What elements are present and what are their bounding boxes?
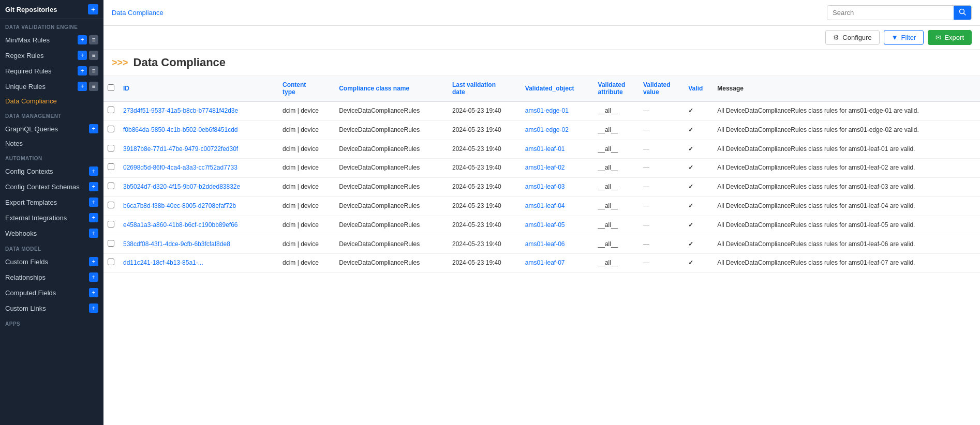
sidebar-item-config-context-schemas[interactable]: Config Context Schemas+ [0, 179, 103, 194]
config-contexts-add-button[interactable]: + [89, 166, 98, 176]
row-id-link[interactable]: 273d4f51-9537-41a5-b8cb-b77481f42d3e [123, 107, 238, 114]
col-id[interactable]: ID [119, 76, 278, 101]
row-last-validation-date: 2024-05-23 19:40 [448, 140, 521, 159]
validated-object-link[interactable]: ams01-edge-01 [525, 107, 569, 114]
graphql-queries-add-button[interactable]: + [89, 124, 98, 133]
row-checkbox[interactable] [108, 163, 114, 170]
sidebar-item-relationships[interactable]: Relationships+ [0, 269, 103, 285]
row-id-link[interactable]: f0b864da-5850-4c1b-b502-0eb6f8451cdd [123, 126, 238, 133]
export-button[interactable]: ✉ Export [928, 30, 972, 45]
row-id-link[interactable]: 02698d5d-86f0-4ca4-a3a3-cc7f52ad7733 [123, 164, 237, 171]
row-checkbox[interactable] [108, 126, 114, 132]
validated-object-link[interactable]: ams01-leaf-03 [525, 183, 565, 190]
validated-object-link[interactable]: ams01-leaf-01 [525, 145, 565, 153]
sidebar-item-label: Relationships [5, 274, 46, 281]
sidebar-item-min-max-rules[interactable]: Min/Max Rules+≡ [0, 32, 103, 48]
col-last-validation-date[interactable]: Last validationdate [448, 76, 521, 101]
min-max-rules-add-button[interactable]: + [78, 35, 87, 44]
row-checkbox[interactable] [108, 202, 114, 208]
sidebar-item-label: Notes [5, 140, 23, 147]
sidebar-item-actions: +≡ [78, 66, 98, 75]
required-rules-add-button[interactable]: + [78, 66, 87, 75]
col-content-type[interactable]: Contenttype [278, 76, 335, 101]
sidebar-item-label: Required Rules [5, 67, 52, 75]
sidebar-item-external-integrations[interactable]: External Integrations+ [0, 210, 103, 225]
filter-icon: ▼ [892, 34, 898, 41]
row-validated-value: — [639, 101, 684, 120]
sidebar-item-notes[interactable]: Notes [0, 136, 103, 150]
col-message[interactable]: Message [713, 76, 980, 101]
min-max-rules-config-button[interactable]: ≡ [89, 35, 98, 44]
row-checkbox[interactable] [108, 145, 114, 151]
custom-links-add-button[interactable]: + [89, 303, 98, 313]
search-button[interactable] [954, 6, 971, 20]
configure-label: Configure [842, 34, 871, 41]
sidebar-item-actions: + [89, 124, 98, 133]
external-integrations-add-button[interactable]: + [89, 213, 98, 222]
sidebar-section-apps: APPS [0, 316, 103, 329]
breadcrumb[interactable]: Data Compliance [112, 9, 164, 17]
config-context-schemas-add-button[interactable]: + [89, 182, 98, 191]
git-repos-add-button[interactable]: + [88, 4, 98, 14]
sidebar-item-required-rules[interactable]: Required Rules+≡ [0, 63, 103, 79]
regex-rules-add-button[interactable]: + [78, 51, 87, 60]
sidebar-item-graphql-queries[interactable]: GraphQL Queries+ [0, 121, 103, 136]
computed-fields-add-button[interactable]: + [89, 288, 98, 297]
row-validated-attribute: __all__ [594, 120, 639, 140]
sidebar-item-actions: +≡ [78, 82, 98, 91]
filter-button[interactable]: ▼ Filter [884, 30, 924, 45]
col-validated-value[interactable]: Validatedvalue [639, 76, 684, 101]
col-validated-object[interactable]: Validated_object [521, 76, 594, 101]
sidebar-item-custom-links[interactable]: Custom Links+ [0, 300, 103, 316]
row-id-link[interactable]: 538cdf08-43f1-4dce-9cfb-6b3fcfaf8de8 [123, 240, 230, 248]
sidebar-item-unique-rules[interactable]: Unique Rules+≡ [0, 79, 103, 94]
validated-object-link[interactable]: ams01-leaf-02 [525, 164, 565, 171]
sidebar-item-regex-rules[interactable]: Regex Rules+≡ [0, 48, 103, 63]
sidebar-item-left: Computed Fields [5, 289, 56, 297]
row-checkbox[interactable] [108, 107, 114, 113]
select-all-checkbox[interactable] [108, 84, 114, 91]
export-templates-add-button[interactable]: + [89, 198, 98, 207]
row-message: All DeviceDataComplianceRules class rule… [713, 120, 980, 140]
row-checkbox[interactable] [108, 259, 114, 265]
data-compliance-table: ID Contenttype Compliance class name Las… [103, 76, 980, 273]
col-valid[interactable]: Valid [684, 76, 713, 101]
sidebar-item-computed-fields[interactable]: Computed Fields+ [0, 285, 103, 300]
row-id-link[interactable]: e458a1a3-a860-41b8-b6cf-c190bb89ef66 [123, 221, 238, 229]
col-validated-attribute[interactable]: Validatedattribute [594, 76, 639, 101]
validated-object-link[interactable]: ams01-edge-02 [525, 126, 569, 133]
sidebar-item-left: Custom Links [5, 305, 46, 312]
sidebar-item-data-compliance[interactable]: Data Compliance [0, 94, 103, 108]
row-id-link[interactable]: 3b5024d7-d320-4f15-9b07-b2dded83832e [123, 183, 240, 190]
row-checkbox[interactable] [108, 221, 114, 227]
regex-rules-config-button[interactable]: ≡ [89, 51, 98, 60]
col-compliance-class-name[interactable]: Compliance class name [335, 76, 448, 101]
row-id-link[interactable]: dd11c241-18cf-4b13-85a1-... [123, 259, 203, 266]
filter-label: Filter [901, 34, 916, 41]
validated-object-link[interactable]: ams01-leaf-05 [525, 221, 565, 229]
validated-object-link[interactable]: ams01-leaf-04 [525, 202, 565, 209]
row-checkbox[interactable] [108, 240, 114, 247]
custom-fields-add-button[interactable]: + [89, 257, 98, 266]
row-id-link[interactable]: b6ca7b8d-f38b-40ec-8005-d2708efaf72b [123, 202, 236, 209]
unique-rules-config-button[interactable]: ≡ [89, 82, 98, 91]
export-icon: ✉ [936, 34, 941, 41]
validated-object-link[interactable]: ams01-leaf-06 [525, 240, 565, 248]
sidebar-item-custom-fields[interactable]: Custom Fields+ [0, 254, 103, 269]
row-checkbox[interactable] [108, 183, 114, 189]
unique-rules-add-button[interactable]: + [78, 82, 87, 91]
configure-button[interactable]: ⚙ Configure [825, 30, 879, 45]
relationships-add-button[interactable]: + [89, 272, 98, 282]
sidebar-item-webhooks[interactable]: Webhooks+ [0, 225, 103, 241]
required-rules-config-button[interactable]: ≡ [89, 66, 98, 75]
validated-object-link[interactable]: ams01-leaf-07 [525, 259, 565, 266]
row-id-link[interactable]: 39187b8e-77d1-47be-9479-c00722fed30f [123, 145, 238, 153]
webhooks-add-button[interactable]: + [89, 229, 98, 238]
sidebar-item-actions: + [89, 213, 98, 222]
search-input[interactable] [827, 6, 954, 19]
row-compliance-class-name: DeviceDataComplianceRules [335, 196, 448, 216]
sidebar-item-config-contexts[interactable]: Config Contexts+ [0, 163, 103, 179]
sidebar-item-export-templates[interactable]: Export Templates+ [0, 194, 103, 210]
row-validated-object: ams01-leaf-06 [521, 235, 594, 254]
row-compliance-class-name: DeviceDataComplianceRules [335, 254, 448, 273]
